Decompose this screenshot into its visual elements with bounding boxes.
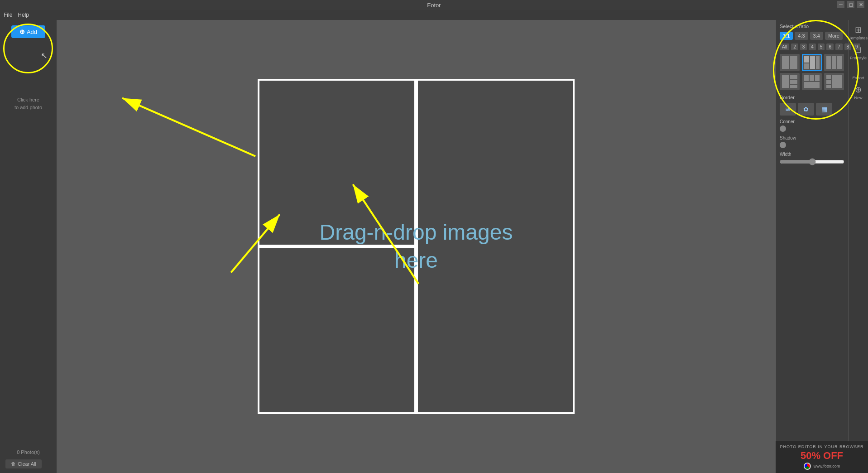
- menubar: File Help: [0, 10, 868, 20]
- border-icons: ≋ ✿ ▦: [780, 103, 844, 116]
- svg-rect-6: [804, 56, 809, 63]
- app-title: Fotor: [427, 2, 441, 9]
- svg-rect-20: [804, 82, 820, 88]
- main-layout: ⊕ Add ↖ Click here to add photo 0 Photo(…: [0, 20, 868, 473]
- right-toolbar: ⊞ Templates ⊟ Freestyle ↑ Export ⊕ New: [848, 20, 868, 473]
- svg-rect-23: [826, 85, 831, 88]
- svg-rect-4: [782, 56, 789, 69]
- svg-rect-22: [826, 80, 831, 84]
- num-8-button[interactable]: 8: [844, 43, 852, 50]
- svg-rect-18: [810, 75, 814, 81]
- collage-canvas: [258, 79, 575, 414]
- svg-rect-19: [815, 75, 820, 81]
- border-label: Border: [780, 95, 844, 100]
- layout-thumb-2[interactable]: [802, 54, 822, 71]
- num-9-button[interactable]: 9: [853, 43, 860, 50]
- discount-text: 50% OFF: [801, 450, 843, 462]
- corner-label: Conner: [780, 119, 844, 124]
- titlebar: Fotor ─ ◻ ✕: [0, 0, 868, 10]
- click-hint-line1: Click here: [17, 97, 39, 102]
- add-button[interactable]: ⊕ Add: [11, 25, 45, 38]
- num-6-button[interactable]: 6: [826, 43, 834, 50]
- bottom-ad-bar: PHOTO EDITOR IN YOUR BROWSER 50% OFF www…: [776, 441, 868, 473]
- photo-count: 0 Photo(s): [0, 449, 57, 455]
- num-5-button[interactable]: 5: [818, 43, 825, 50]
- num-2-button[interactable]: 2: [791, 43, 798, 50]
- export-label: Export: [852, 76, 864, 80]
- layout-thumb-5[interactable]: [802, 73, 822, 90]
- ratio-buttons: 1:1 4:3 3:4 More: [780, 32, 844, 40]
- svg-line-1: [122, 98, 255, 156]
- svg-rect-13: [782, 75, 789, 88]
- right-options-panel: Select a ratio 1:1 4:3 3:4 More All 2 3 …: [776, 20, 848, 473]
- new-icon: ⊕: [855, 85, 862, 95]
- svg-rect-14: [790, 75, 797, 79]
- shadow-row: Shadow: [780, 135, 844, 148]
- window-controls[interactable]: ─ ◻ ✕: [837, 1, 864, 8]
- menu-help[interactable]: Help: [18, 12, 29, 18]
- width-label: Width: [780, 152, 844, 157]
- templates-button[interactable]: ⊞ Templates: [850, 24, 867, 41]
- svg-rect-17: [804, 75, 809, 81]
- website-text: www.fotor.com: [814, 464, 840, 468]
- clear-all-button[interactable]: 🗑 Clear All: [5, 459, 42, 468]
- layout-thumb-4[interactable]: [780, 73, 800, 90]
- ratio-3-4-button[interactable]: 3:4: [810, 32, 823, 40]
- corner-row: Conner: [780, 119, 844, 132]
- menu-file[interactable]: File: [4, 12, 12, 18]
- number-row: All 2 3 4 5 6 7 8 9: [780, 43, 844, 50]
- browser-logos: www.fotor.com: [804, 463, 840, 470]
- border-style-3-button[interactable]: ▦: [816, 103, 832, 116]
- photo-editor-text: PHOTO EDITOR IN YOUR BROWSER: [780, 444, 863, 449]
- chrome-logo-icon: [804, 463, 811, 470]
- minimize-button[interactable]: ─: [837, 1, 844, 8]
- templates-label: Templates: [849, 36, 868, 40]
- ratio-more-button[interactable]: More: [825, 32, 843, 40]
- border-section: Border ≋ ✿ ▦ Conner Shadow W: [780, 95, 844, 167]
- select-ratio-section: Select a ratio 1:1 4:3 3:4 More All 2 3 …: [780, 24, 844, 90]
- export-icon: ↑: [856, 65, 860, 75]
- click-hint-line2: to add photo: [14, 105, 42, 110]
- shadow-slider-thumb: [780, 142, 786, 148]
- freestyle-label: Freestyle: [850, 56, 867, 60]
- svg-rect-16: [790, 85, 797, 88]
- collage-cell-right[interactable]: [416, 79, 575, 414]
- svg-rect-21: [826, 75, 831, 79]
- num-all-button[interactable]: All: [780, 43, 789, 50]
- close-button[interactable]: ✕: [857, 1, 864, 8]
- svg-rect-7: [810, 56, 815, 69]
- export-button[interactable]: ↑ Export: [850, 64, 867, 81]
- width-row: Width: [780, 152, 844, 167]
- svg-rect-5: [790, 56, 797, 69]
- border-style-1-button[interactable]: ≋: [780, 103, 796, 116]
- cursor-arrow-icon: ↖: [41, 51, 48, 61]
- layout-thumb-6[interactable]: [824, 73, 844, 90]
- width-slider[interactable]: [780, 158, 844, 165]
- trash-icon: 🗑: [11, 461, 16, 467]
- svg-rect-10: [826, 56, 831, 69]
- svg-rect-11: [832, 56, 836, 69]
- layout-thumb-3[interactable]: [824, 54, 844, 71]
- num-7-button[interactable]: 7: [835, 43, 843, 50]
- right-combined-panel: Select a ratio 1:1 4:3 3:4 More All 2 3 …: [776, 20, 868, 473]
- svg-rect-15: [790, 80, 797, 84]
- shadow-label: Shadow: [780, 135, 844, 140]
- svg-rect-8: [816, 56, 820, 69]
- layout-grid: [780, 54, 844, 90]
- layout-thumb-1[interactable]: [780, 54, 800, 71]
- new-label: New: [854, 96, 862, 100]
- add-button-label: Add: [27, 29, 37, 35]
- collage-cell-top-left[interactable]: [258, 79, 416, 246]
- num-4-button[interactable]: 4: [809, 43, 816, 50]
- new-button[interactable]: ⊕ New: [850, 84, 867, 101]
- ratio-1-1-button[interactable]: 1:1: [780, 32, 793, 40]
- click-hint: Click here to add photo: [14, 96, 42, 111]
- templates-icon: ⊞: [855, 25, 862, 35]
- select-ratio-label: Select a ratio: [780, 24, 844, 29]
- left-sidebar: ⊕ Add ↖ Click here to add photo 0 Photo(…: [0, 20, 57, 473]
- border-style-2-button[interactable]: ✿: [798, 103, 814, 116]
- ratio-4-3-button[interactable]: 4:3: [795, 32, 808, 40]
- num-3-button[interactable]: 3: [800, 43, 807, 50]
- maximize-button[interactable]: ◻: [847, 1, 854, 8]
- collage-cell-bottom-left[interactable]: [258, 246, 416, 414]
